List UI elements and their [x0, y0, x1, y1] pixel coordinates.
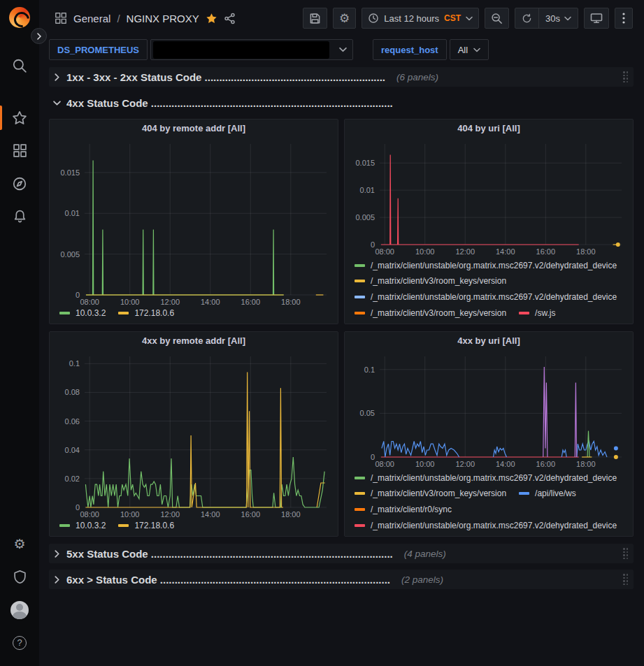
more-options-button[interactable]: [615, 8, 633, 29]
legend-item[interactable]: /_matrix/client/r0/sync: [355, 505, 452, 515]
save-dashboard-button[interactable]: [303, 8, 327, 29]
svg-text:0.1: 0.1: [364, 365, 375, 374]
chevron-down-icon: [339, 47, 347, 52]
request-host-variable-dropdown[interactable]: All: [450, 39, 489, 60]
panel-title[interactable]: 404 by uri [All]: [350, 123, 627, 138]
refresh-icon: [522, 13, 532, 24]
breadcrumb: General / NGINX PROXY: [55, 12, 236, 24]
svg-text:16:00: 16:00: [241, 298, 261, 306]
datasource-variable-dropdown[interactable]: [150, 39, 353, 60]
legend-swatch: [355, 508, 365, 511]
legend-item[interactable]: /_matrix/client/v3/room_keys/version: [355, 307, 506, 318]
monitor-icon: [590, 13, 603, 24]
time-series-chart[interactable]: 08:0010:0012:0014:0016:0018:0000.0050.01…: [350, 138, 627, 257]
dashboard-title[interactable]: NGINX PROXY: [127, 13, 199, 24]
legend-item[interactable]: /_matrix/client/unstable/org.matrix.msc2…: [355, 472, 617, 483]
row-drag-handle[interactable]: [623, 548, 628, 559]
share-icon[interactable]: [224, 13, 236, 24]
legend-item[interactable]: /api/live/ws: [519, 488, 576, 499]
svg-text:0.01: 0.01: [65, 209, 80, 217]
dashboard-content: 1xx - 3xx - 2xx Status Code ............…: [39, 63, 644, 666]
legend-item[interactable]: 172.18.0.6: [118, 307, 174, 318]
request-host-value: All: [458, 45, 468, 55]
favorite-star-icon[interactable]: [206, 13, 217, 24]
svg-text:08:00: 08:00: [375, 460, 394, 468]
sidebar-item-server-admin[interactable]: [0, 560, 39, 593]
chevron-right-icon: [36, 33, 43, 40]
svg-text:0.01: 0.01: [360, 186, 375, 194]
row-6xx[interactable]: 6xx > Status Code ......................…: [49, 570, 634, 589]
request-host-variable-label[interactable]: request_host: [373, 39, 447, 60]
refresh-interval-dropdown[interactable]: 30s: [538, 8, 578, 28]
legend-item[interactable]: /_matrix/client/v3/room_keys/version: [355, 276, 506, 287]
legend-label: /_matrix/client/unstable/org.matrix.msc2…: [371, 521, 617, 530]
grafana-logo[interactable]: [9, 7, 30, 28]
sidebar-item-help[interactable]: ?: [0, 626, 39, 659]
svg-text:10:00: 10:00: [120, 510, 140, 519]
sidebar-item-dashboards[interactable]: [0, 134, 39, 167]
svg-text:12:00: 12:00: [455, 247, 475, 256]
chart-legend: /_matrix/client/unstable/org.matrix.msc2…: [350, 472, 627, 531]
legend-swatch: [355, 312, 365, 314]
time-range-label: Last 12 hours: [384, 13, 439, 24]
refresh-button[interactable]: [515, 8, 538, 28]
legend-label: /sw.js: [535, 308, 555, 318]
legend-item[interactable]: /_matrix/client/unstable/org.matrix.msc2…: [355, 260, 617, 270]
legend-item[interactable]: /_matrix/client/unstable/org.matrix.msc2…: [355, 292, 617, 303]
dashboards-grid-icon: [13, 143, 27, 158]
time-series-chart[interactable]: 08:0010:0012:0014:0016:0018:0000.050.1: [350, 351, 627, 470]
svg-text:0.05: 0.05: [360, 409, 375, 417]
time-series-plot: 08:0010:0012:0014:0016:0018:0000.020.040…: [55, 351, 332, 520]
panel-title[interactable]: 4xx by remote addr [All]: [55, 335, 332, 351]
top-navbar: General / NGINX PROXY ⚙ Last 12 hours CS…: [39, 0, 644, 36]
legend-item[interactable]: 172.18.0.6: [118, 520, 174, 530]
sidebar-item-explore[interactable]: [0, 167, 39, 200]
legend-item[interactable]: /_matrix/client/v3/room_keys/version: [355, 488, 506, 499]
time-range-picker[interactable]: Last 12 hours CST: [362, 8, 479, 29]
svg-text:18:00: 18:00: [576, 247, 596, 256]
svg-text:0.04: 0.04: [65, 446, 80, 454]
legend-swatch: [355, 477, 365, 479]
svg-text:14:00: 14:00: [201, 510, 220, 519]
row-drag-handle[interactable]: [623, 71, 628, 82]
svg-text:14:00: 14:00: [201, 298, 220, 306]
sidebar-item-alerting[interactable]: [0, 200, 39, 233]
sidebar-item-starred[interactable]: [0, 101, 39, 134]
sidebar-item-search[interactable]: [0, 49, 39, 82]
sidebar-expand-button[interactable]: [31, 28, 47, 44]
row-panel-count: (4 panels): [404, 549, 446, 559]
legend-item[interactable]: 10.0.3.2: [59, 307, 106, 318]
datasource-value-redacted: [153, 41, 329, 59]
compass-icon: [12, 176, 27, 191]
chevron-right-icon: [53, 550, 61, 558]
cycle-view-mode-button[interactable]: [584, 8, 609, 29]
row-1xx-3xx-2xx[interactable]: 1xx - 3xx - 2xx Status Code ............…: [49, 67, 634, 87]
datasource-variable-label[interactable]: DS_PROMETHEUS: [49, 39, 148, 60]
legend-item[interactable]: /_matrix/client/unstable/org.matrix.msc2…: [355, 520, 617, 530]
time-series-chart[interactable]: 08:0010:0012:0014:0016:0018:0000.0050.01…: [55, 138, 332, 307]
time-series-chart[interactable]: 08:0010:0012:0014:0016:0018:0000.020.040…: [55, 351, 332, 520]
dashboard-settings-button[interactable]: ⚙: [333, 8, 356, 29]
legend-label: /_matrix/client/unstable/org.matrix.msc2…: [371, 292, 617, 302]
svg-text:16:00: 16:00: [536, 247, 556, 256]
search-icon: [12, 58, 27, 73]
sidebar-item-configuration[interactable]: ⚙: [0, 528, 39, 560]
legend-swatch: [59, 312, 70, 314]
legend-label: /_matrix/client/r0/sync: [371, 505, 452, 514]
row-5xx[interactable]: 5xx Status Code ........................…: [49, 544, 634, 563]
panel-title[interactable]: 404 by remote addr [All]: [55, 123, 332, 138]
row-4xx[interactable]: 4xx Status Code ........................…: [49, 93, 634, 113]
svg-text:16:00: 16:00: [241, 510, 261, 519]
svg-text:08:00: 08:00: [375, 247, 394, 256]
legend-item[interactable]: 10.0.3.2: [59, 520, 106, 530]
sidebar-item-profile[interactable]: [0, 593, 39, 626]
panel-title[interactable]: 4xx by uri [All]: [350, 335, 627, 351]
save-icon: [309, 13, 321, 24]
zoom-out-button[interactable]: [485, 8, 509, 29]
breadcrumb-folder[interactable]: General: [73, 13, 110, 24]
legend-swatch: [355, 264, 365, 267]
row-drag-handle[interactable]: [623, 574, 628, 585]
legend-swatch: [355, 524, 365, 527]
chevron-down-icon: [53, 99, 61, 107]
legend-item[interactable]: /sw.js: [519, 307, 555, 318]
